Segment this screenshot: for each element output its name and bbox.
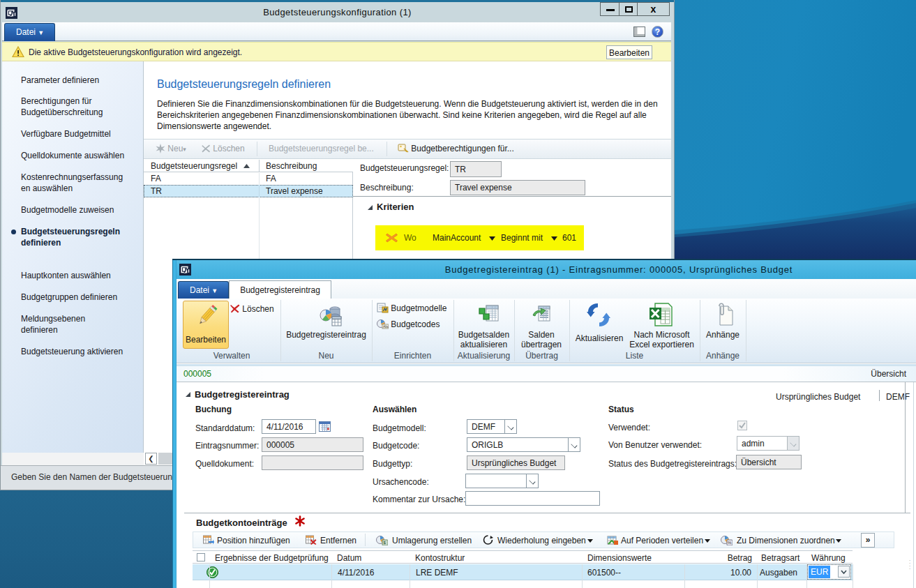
svg-text:Abc: Abc	[383, 324, 389, 329]
svg-text:%: %	[728, 541, 732, 545]
